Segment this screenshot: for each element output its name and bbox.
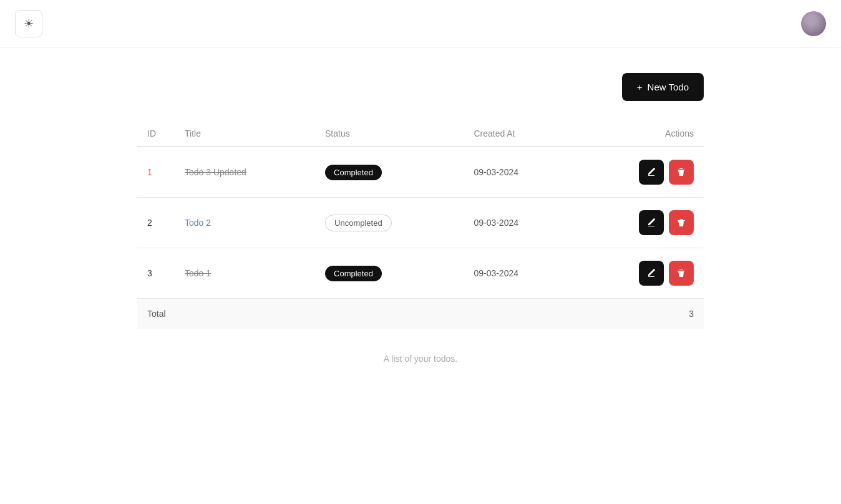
status-badge: Completed <box>325 266 382 281</box>
toolbar: + New Todo <box>137 73 704 101</box>
main-content: + New Todo ID Title Status Created At Ac… <box>0 48 841 389</box>
row-actions <box>575 147 704 198</box>
col-created-at: Created At <box>464 121 575 147</box>
total-label: Total <box>147 309 166 319</box>
row-id: 1 <box>137 147 175 198</box>
actions-container <box>585 160 694 185</box>
trash-icon <box>676 167 686 177</box>
col-id: ID <box>137 121 175 147</box>
row-title: Todo 1 <box>175 248 315 299</box>
row-title: Todo 3 Updated <box>175 147 315 198</box>
row-actions <box>575 248 704 299</box>
row-id: 3 <box>137 248 175 299</box>
delete-button[interactable] <box>669 210 694 235</box>
col-status: Status <box>315 121 464 147</box>
theme-toggle-button[interactable]: ☀ <box>15 10 42 37</box>
row-status: Uncompleted <box>315 198 464 248</box>
header: ☀ <box>0 0 841 48</box>
avatar[interactable] <box>801 11 826 36</box>
delete-button[interactable] <box>669 261 694 286</box>
trash-icon <box>676 268 686 278</box>
total-count: 3 <box>689 309 694 319</box>
sun-icon: ☀ <box>24 17 34 31</box>
status-badge: Completed <box>325 165 382 180</box>
pencil-icon <box>646 218 656 228</box>
footer-description: A list of your todos. <box>137 354 704 364</box>
row-title: Todo 2 <box>175 198 315 248</box>
row-created-at: 09-03-2024 <box>464 198 575 248</box>
row-created-at: 09-03-2024 <box>464 248 575 299</box>
table-row: 3Todo 1Completed09-03-2024 <box>137 248 704 299</box>
plus-icon: + <box>637 82 643 92</box>
trash-icon <box>676 218 686 228</box>
edit-button[interactable] <box>639 210 664 235</box>
row-status: Completed <box>315 248 464 299</box>
col-title: Title <box>175 121 315 147</box>
row-status: Completed <box>315 147 464 198</box>
table-row: 1Todo 3 UpdatedCompleted09-03-2024 <box>137 147 704 198</box>
actions-container <box>585 261 694 286</box>
row-actions <box>575 198 704 248</box>
table-header-row: ID Title Status Created At Actions <box>137 121 704 147</box>
todo-table: ID Title Status Created At Actions 1Todo… <box>137 121 704 298</box>
new-todo-label: New Todo <box>648 82 689 92</box>
edit-button[interactable] <box>639 261 664 286</box>
table-row: 2Todo 2Uncompleted09-03-2024 <box>137 198 704 248</box>
total-row: Total 3 <box>137 298 704 329</box>
delete-button[interactable] <box>669 160 694 185</box>
row-created-at: 09-03-2024 <box>464 147 575 198</box>
pencil-icon <box>646 268 656 278</box>
actions-container <box>585 210 694 235</box>
row-id: 2 <box>137 198 175 248</box>
new-todo-button[interactable]: + New Todo <box>622 73 704 101</box>
status-badge: Uncompleted <box>325 215 392 231</box>
edit-button[interactable] <box>639 160 664 185</box>
col-actions: Actions <box>575 121 704 147</box>
pencil-icon <box>646 167 656 177</box>
